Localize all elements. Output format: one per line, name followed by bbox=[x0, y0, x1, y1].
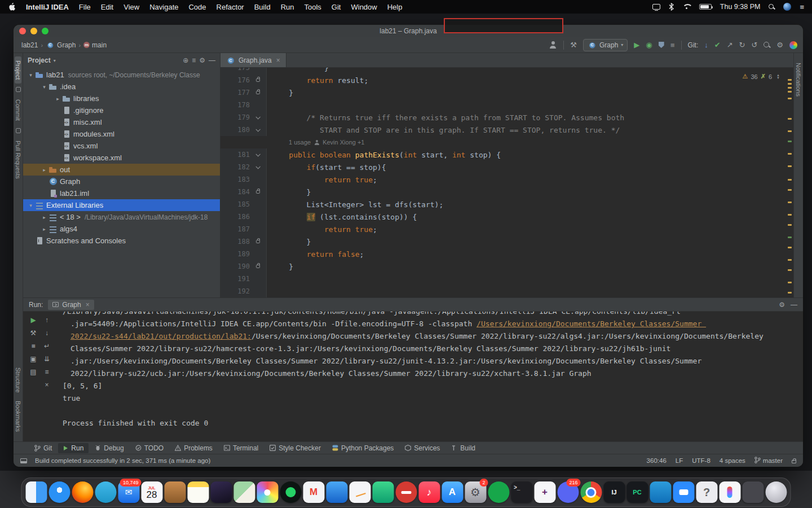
breadcrumb-graph[interactable]: Graph bbox=[46, 41, 76, 50]
editor-gutter[interactable]: 175 bbox=[220, 68, 267, 74]
dock-stocks[interactable] bbox=[348, 479, 372, 505]
menu-item-file[interactable]: File bbox=[74, 3, 96, 11]
folder-stripe-icon[interactable] bbox=[16, 87, 21, 92]
tree-chevron-icon[interactable]: ▾ bbox=[40, 84, 48, 90]
tool-stripe-project[interactable]: Project bbox=[15, 56, 21, 84]
tree-item-idea[interactable]: ▾.idea bbox=[23, 81, 220, 93]
dock-slack[interactable]: + bbox=[533, 479, 557, 505]
user-avatar-icon[interactable] bbox=[783, 3, 791, 11]
editor-gutter[interactable]: 187 bbox=[220, 223, 267, 235]
close-run-tab-icon[interactable]: × bbox=[86, 301, 90, 309]
menu-item-refactor[interactable]: Refactor bbox=[211, 3, 249, 11]
tree-item-lab21-iml[interactable]: lab21.iml bbox=[23, 187, 220, 199]
code-line[interactable]: 181 public boolean pathExists(int start,… bbox=[220, 148, 793, 161]
dock-telegram[interactable] bbox=[94, 479, 117, 505]
code-line[interactable]: 183 return true; bbox=[220, 173, 793, 186]
menu-item-tools[interactable]: Tools bbox=[299, 3, 326, 11]
code-line[interactable]: 191 bbox=[220, 273, 793, 285]
menubar-clock[interactable]: Thu 9:38 PM bbox=[720, 3, 761, 11]
print-console-icon[interactable]: ≡ bbox=[45, 368, 48, 376]
tree-item-workspace-xml[interactable]: workspace.xml bbox=[23, 152, 220, 164]
rollback-icon[interactable]: ↺ bbox=[751, 41, 757, 49]
tool-stripe-commit[interactable]: Commit bbox=[15, 95, 21, 125]
editor-gutter[interactable]: 178 bbox=[220, 99, 267, 111]
status-360-46[interactable]: 360:46 bbox=[647, 457, 667, 464]
user-profile-icon[interactable] bbox=[549, 41, 557, 49]
line-number[interactable]: 191 bbox=[220, 275, 250, 283]
dock-mail[interactable]: ✉10,749 bbox=[117, 479, 140, 505]
tool-stripe-structure[interactable]: Structure bbox=[15, 364, 21, 397]
toolwindow-button-problems[interactable]: Problems bbox=[170, 443, 218, 453]
tree-item-out[interactable]: ▸out bbox=[23, 164, 220, 176]
usage-annotation[interactable]: 1 usageKevin Xiong +1 bbox=[220, 139, 364, 146]
tree-chevron-icon[interactable]: ▸ bbox=[54, 96, 62, 102]
dock-gmail[interactable]: M bbox=[302, 479, 325, 505]
code-line[interactable]: 182 if(start == stop){ bbox=[220, 161, 793, 173]
dock-vscode[interactable] bbox=[649, 479, 672, 505]
line-number[interactable]: 192 bbox=[220, 287, 250, 295]
dock-pycharm[interactable]: PC bbox=[626, 479, 649, 505]
dock-music[interactable]: ♪ bbox=[418, 479, 441, 505]
project-view-selector[interactable]: Project ▾ bbox=[28, 56, 56, 64]
tree-item-external-libraries[interactable]: ▾External Libraries bbox=[23, 199, 220, 211]
screen-mirroring-icon[interactable] bbox=[652, 4, 660, 10]
dock-discord[interactable]: 216 bbox=[557, 479, 580, 505]
line-number[interactable]: 188 bbox=[220, 238, 250, 246]
panel-options-gear-icon[interactable]: ⚙ bbox=[199, 56, 205, 64]
run-settings-gear-icon[interactable]: ⚙ bbox=[779, 301, 785, 309]
code-line[interactable]: 179 /* Returns true iff there exists a p… bbox=[220, 111, 793, 124]
pull-request-stripe-icon[interactable] bbox=[16, 128, 21, 133]
status-utf-8[interactable]: UTF-8 bbox=[692, 457, 710, 464]
code-line[interactable]: 185 List<Integer> lst = dfs(start); bbox=[220, 198, 793, 211]
toolwindow-button-build[interactable]: Build bbox=[446, 443, 480, 453]
scroll-to-end-icon[interactable]: ⇊ bbox=[44, 355, 50, 363]
run-console-output[interactable]: /Library/Java/JavaVirtualMachines/jdk-18… bbox=[56, 312, 803, 441]
dock-terminal[interactable]: >_ bbox=[510, 479, 533, 505]
git-push-button[interactable]: ↗ bbox=[727, 41, 733, 49]
fold-arrow-icon[interactable] bbox=[255, 164, 260, 169]
line-number[interactable]: 176 bbox=[220, 76, 250, 84]
menu-item-navigate[interactable]: Navigate bbox=[144, 3, 183, 11]
stop-button[interactable]: ■ bbox=[670, 41, 675, 49]
menu-item-git[interactable]: Git bbox=[326, 3, 346, 11]
menu-item-edit[interactable]: Edit bbox=[96, 3, 118, 11]
console-file-link[interactable]: /Users/kevinxiong/Documents/Berkeley Cla… bbox=[476, 319, 706, 328]
editor-gutter[interactable]: 180 bbox=[220, 124, 267, 136]
rerun-button[interactable]: ▶ bbox=[30, 316, 36, 324]
tree-item-graph[interactable]: Graph bbox=[23, 176, 220, 187]
editor-gutter[interactable]: 185 bbox=[220, 198, 267, 211]
console-file-link[interactable]: 2022/su22-s44/lab21/out/production/lab21… bbox=[70, 332, 251, 340]
status-lf[interactable]: LF bbox=[676, 457, 683, 464]
spotlight-search-icon[interactable] bbox=[769, 4, 775, 10]
code-line[interactable]: 180 START and STOP are in this graph. If… bbox=[220, 124, 793, 136]
tree-chevron-icon[interactable]: ▾ bbox=[27, 203, 35, 208]
line-number[interactable]: 177 bbox=[220, 89, 250, 97]
build-hammer-icon[interactable]: ⚒ bbox=[570, 41, 577, 49]
dock-zoom[interactable] bbox=[672, 479, 695, 505]
fold-arrow-icon[interactable] bbox=[255, 115, 260, 119]
code-with-me-icon[interactable] bbox=[789, 41, 797, 49]
menu-item-code[interactable]: Code bbox=[183, 3, 211, 11]
wifi-icon[interactable] bbox=[682, 4, 691, 10]
git-update-button[interactable]: ↓ bbox=[704, 41, 708, 49]
line-number[interactable]: 179 bbox=[220, 113, 250, 121]
git-commit-button[interactable]: ✔ bbox=[714, 41, 721, 49]
soft-wrap-icon[interactable]: ↵ bbox=[44, 342, 50, 350]
dock-books[interactable] bbox=[164, 479, 187, 505]
dock-spotify[interactable] bbox=[487, 479, 510, 505]
code-line[interactable]: 184 } bbox=[220, 186, 793, 198]
breadcrumb-main[interactable]: mmain bbox=[83, 41, 107, 49]
fold-arrow-icon[interactable] bbox=[255, 127, 260, 132]
line-number[interactable]: 180 bbox=[220, 126, 250, 134]
editor-gutter[interactable]: 184 bbox=[220, 186, 267, 198]
editor-gutter[interactable]: 192 bbox=[220, 285, 267, 297]
battery-icon[interactable] bbox=[699, 4, 712, 10]
editor-tab-graph-java[interactable]: Graph.java × bbox=[220, 53, 286, 67]
toolwindow-button-python-packages[interactable]: Python Packages bbox=[327, 443, 399, 453]
hide-panel-icon[interactable]: — bbox=[209, 56, 215, 64]
status-master[interactable]: master bbox=[754, 457, 783, 465]
status-4-spaces[interactable]: 4 spaces bbox=[720, 457, 745, 464]
locate-file-icon[interactable]: ⊕ bbox=[183, 56, 188, 64]
dock-chrome[interactable] bbox=[580, 479, 603, 505]
tree-chevron-icon[interactable]: ▾ bbox=[27, 72, 35, 78]
